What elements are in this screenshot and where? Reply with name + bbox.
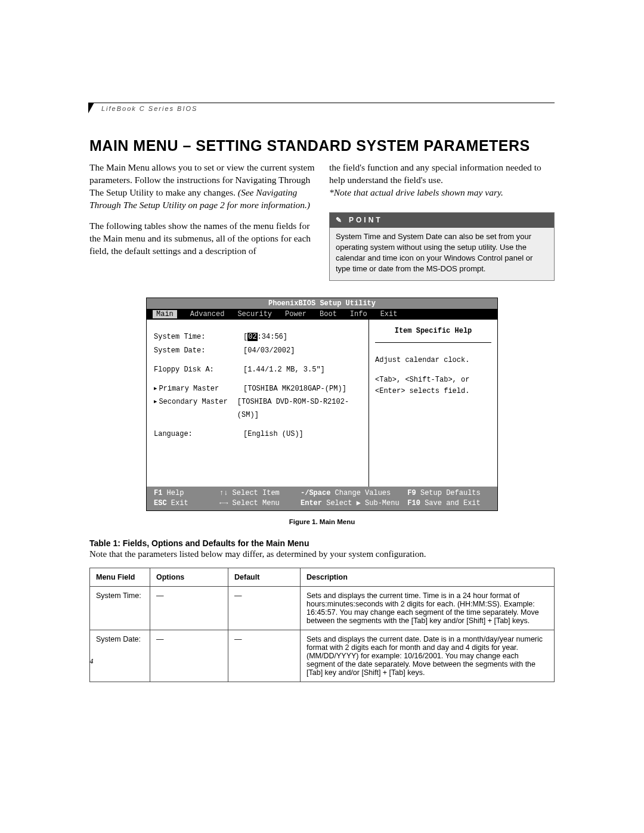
point-icon: ✎ [336, 215, 344, 225]
bios-row: System Time:[02:34:56] [154, 330, 361, 343]
table-title: Table 1: Fields, Options and Defaults fo… [89, 538, 555, 548]
point-body: System Time and System Date can also be … [330, 228, 554, 281]
bios-row: System Date:[04/03/2002] [154, 344, 361, 357]
bios-row: Secondary Master[TOSHIBA DVD-ROM-SD-R210… [154, 395, 361, 422]
figure-caption: Figure 1. Main Menu [89, 518, 555, 525]
intro-col2-p1: the field's function and any special inf… [329, 162, 541, 185]
corner-mark-icon [88, 103, 94, 113]
bios-menu-info: Info [350, 310, 367, 318]
table-row: System Time:——Sets and displays the curr… [90, 586, 555, 630]
running-header: LifeBook C Series BIOS [101, 105, 197, 112]
intro-col2-note: *Note that actual drive labels shown may… [329, 187, 503, 197]
bios-help-text1: Adjust calendar clock. [375, 355, 491, 366]
bios-help-panel: Item Specific Help Adjust calendar clock… [369, 320, 497, 487]
page-number: 4 [89, 657, 94, 666]
table-body: System Time:——Sets and displays the curr… [90, 586, 555, 682]
header-rule [89, 103, 555, 103]
bios-row: Language:[English (US)] [154, 428, 361, 441]
th-menu-field: Menu Field [90, 568, 150, 586]
bios-menu-boot: Boot [320, 310, 337, 318]
table-row: System Date:——Sets and displays the curr… [90, 630, 555, 682]
th-default: Default [228, 568, 301, 586]
page-title: MAIN MENU – SETTING STANDARD SYSTEM PARA… [89, 137, 555, 154]
bios-menu-security: Security [237, 310, 272, 318]
bios-menu-advanced: Advanced [190, 310, 225, 318]
bios-footer-item: -/Space Change Values [301, 488, 404, 498]
bios-fields: System Time:[02:34:56]System Date:[04/03… [147, 320, 369, 487]
bios-title: PhoenixBIOS Setup Utility [147, 298, 497, 309]
bios-row: Floppy Disk A:[1.44/1.2 MB, 3.5"] [154, 363, 361, 376]
bios-footer-item: ↑↓ Select Item [219, 488, 297, 498]
bios-screenshot: PhoenixBIOS Setup Utility Main Advanced … [146, 298, 498, 511]
bios-footer-item: ←→ Select Menu [219, 498, 297, 509]
intro-columns: The Main Menu allows you to set or view … [89, 162, 555, 281]
bios-footer-item: ESC Exit [154, 498, 216, 509]
bios-help-text2: <Tab>, <Shift-Tab>, or <Enter> selects f… [375, 374, 491, 397]
bios-row: Primary Master[TOSHIBA MK2018GAP-(PM)] [154, 382, 361, 395]
point-box: ✎ POINT System Time and System Date can … [329, 212, 555, 281]
point-label: POINT [349, 215, 383, 225]
bios-footer-item: F9 Setup Defaults [407, 488, 490, 498]
bios-help-title: Item Specific Help [375, 326, 491, 342]
bios-menu-power: Power [285, 310, 306, 318]
bios-menu: Main Advanced Security Power Boot Info E… [147, 309, 497, 320]
th-description: Description [301, 568, 555, 586]
bios-menu-main: Main [153, 310, 177, 318]
bios-footer-item: F1 Help [154, 488, 216, 498]
bios-footer: F1 Help↑↓ Select Item-/Space Change Valu… [147, 487, 497, 510]
table-note: Note that the parameters listed below ma… [89, 549, 555, 559]
bios-menu-exit: Exit [380, 310, 398, 318]
bios-footer-item: F10 Save and Exit [407, 498, 490, 509]
th-options: Options [150, 568, 228, 586]
fields-table: Menu Field Options Default Description S… [89, 568, 555, 682]
bios-footer-item: Enter Select ▶ Sub-Menu [301, 498, 404, 509]
intro-col1-p2: The following tables show the names of t… [89, 221, 311, 256]
